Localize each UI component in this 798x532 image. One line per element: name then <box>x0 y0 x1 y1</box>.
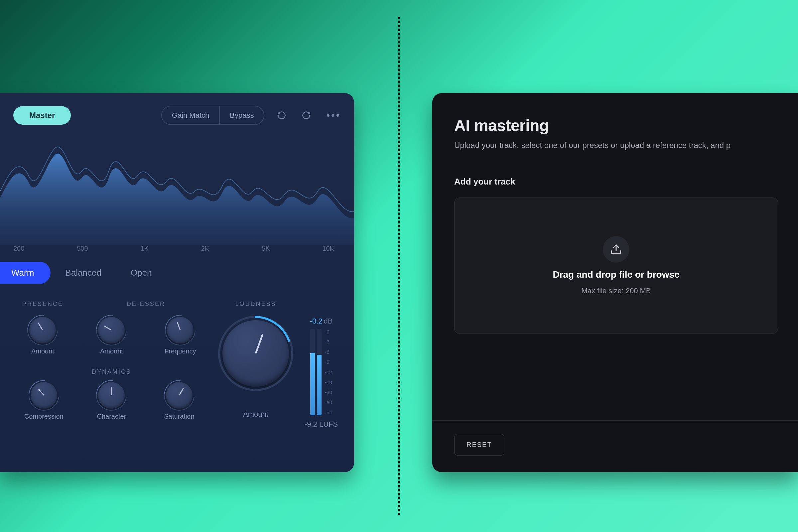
frequency-axis: 200 500 1K 2K 5K 10K <box>0 245 354 255</box>
knob-label: Amount <box>243 410 268 419</box>
tone-tabs: Warm Balanced Open <box>0 255 354 294</box>
freq-tick: 500 <box>77 245 88 252</box>
gain-bypass-segment: Gain Match Bypass <box>161 106 265 125</box>
upload-dropzone[interactable]: Drag and drop file or browse Max file si… <box>454 197 778 334</box>
deesser-label: DE-ESSER <box>79 301 213 307</box>
knob-label: Compression <box>24 413 63 420</box>
knob-label: Saturation <box>164 413 194 420</box>
knob-label: Frequency <box>165 347 196 355</box>
saturation-knob[interactable] <box>166 382 192 408</box>
tab-warm[interactable]: Warm <box>0 262 51 284</box>
dropzone-title: Drag and drop file or browse <box>553 269 679 280</box>
character-knob[interactable] <box>98 382 125 408</box>
presence-amount-knob[interactable] <box>29 317 56 343</box>
dynamics-label: DYNAMICS <box>10 368 213 375</box>
freq-tick: 200 <box>13 245 24 252</box>
deesser-frequency-knob[interactable] <box>167 317 193 343</box>
plugin-header: Master Gain Match Bypass ••• <box>0 93 354 132</box>
freq-tick: 1K <box>140 245 148 252</box>
loudness-knob[interactable] <box>223 320 289 387</box>
deesser-amount-knob[interactable] <box>98 317 125 343</box>
freq-tick: 10K <box>322 245 334 252</box>
lufs-readout: -9.2 LUFS <box>305 420 338 429</box>
spectrum-analyzer <box>0 132 354 245</box>
compression-knob[interactable] <box>31 382 57 408</box>
freq-tick: 5K <box>262 245 270 252</box>
divider-line <box>432 420 798 421</box>
redo-icon[interactable] <box>299 108 314 123</box>
ai-mastering-panel: AI mastering Upload your track, select o… <box>432 93 798 472</box>
page-title: AI mastering <box>454 116 778 135</box>
reset-button[interactable]: RESET <box>454 434 505 456</box>
master-pill[interactable]: Master <box>13 106 71 125</box>
presence-label: PRESENCE <box>10 301 75 307</box>
tab-open[interactable]: Open <box>116 262 167 284</box>
level-meter <box>310 329 322 415</box>
gain-match-button[interactable]: Gain Match <box>162 107 220 125</box>
loudness-label: LOUDNESS <box>216 301 295 307</box>
section-title: Add your track <box>454 176 778 187</box>
mastering-plugin-panel: Master Gain Match Bypass ••• 200 50 <box>0 93 354 472</box>
bypass-button[interactable]: Bypass <box>219 107 264 125</box>
vertical-divider <box>398 17 400 515</box>
knob-label: Character <box>97 413 126 420</box>
upload-icon <box>603 236 629 263</box>
knob-label: Amount <box>100 347 123 355</box>
knob-label: Amount <box>31 347 54 355</box>
page-subtitle: Upload your track, select one of our pre… <box>454 141 778 150</box>
undo-icon[interactable] <box>274 108 289 123</box>
meter-ticks: -0 -3 -6 -9 -12 -18 -30 -60 -inf <box>325 329 332 415</box>
dropzone-sub: Max file size: 200 MB <box>581 287 651 295</box>
freq-tick: 2K <box>201 245 209 252</box>
db-readout: -0.2dB <box>310 317 333 325</box>
more-icon[interactable]: ••• <box>326 110 341 121</box>
controls-grid: PRESENCE DE-ESSER LOUDNESS Amount Amount… <box>0 294 354 429</box>
tab-balanced[interactable]: Balanced <box>51 262 116 284</box>
